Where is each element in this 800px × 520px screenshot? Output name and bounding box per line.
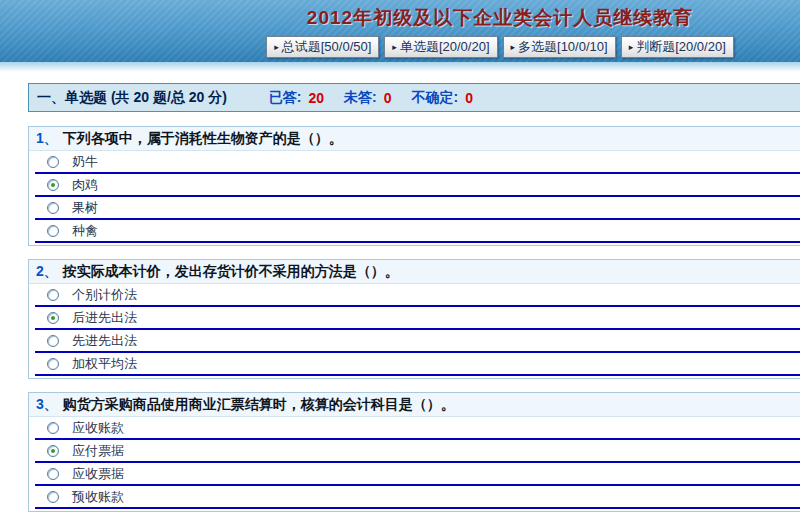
option-list: 奶牛 肉鸡 果树 种禽 bbox=[29, 151, 800, 243]
stat-unanswered: 未答: 0 bbox=[344, 89, 391, 107]
option-row[interactable]: 应付票据 bbox=[35, 440, 800, 463]
radio-button[interactable] bbox=[47, 202, 59, 214]
exam-page: 2012年初级及以下企业类会计人员继续教育 ▸ 总试题[50/0/50] ▸ 单… bbox=[0, 0, 800, 512]
stat-uncertain-label: 不确定: bbox=[412, 89, 459, 107]
stat-uncertain: 不确定: 0 bbox=[412, 89, 473, 107]
radio-button[interactable] bbox=[47, 468, 59, 480]
triangle-right-icon: ▸ bbox=[629, 43, 634, 52]
option-row[interactable]: 先进先出法 bbox=[35, 330, 800, 353]
nav-button-multi-choice[interactable]: ▸ 多选题[10/0/10] bbox=[503, 36, 616, 58]
stat-answered-value: 20 bbox=[308, 90, 324, 106]
radio-button[interactable] bbox=[47, 491, 59, 503]
option-label: 应收账款 bbox=[72, 419, 124, 437]
nav-button-label: 判断题[20/0/20] bbox=[636, 38, 726, 56]
nav-button-all-questions[interactable]: ▸ 总试题[50/0/50] bbox=[266, 36, 379, 58]
option-label: 肉鸡 bbox=[72, 176, 98, 194]
stat-answered-label: 已答: bbox=[269, 89, 302, 107]
option-row[interactable]: 应收账款 bbox=[35, 417, 800, 440]
option-label: 个别计价法 bbox=[72, 286, 137, 304]
question-text: 按实际成本计价，发出存货计价不采用的方法是（）。 bbox=[63, 263, 399, 281]
option-label: 加权平均法 bbox=[72, 355, 137, 373]
page-header: 2012年初级及以下企业类会计人员继续教育 ▸ 总试题[50/0/50] ▸ 单… bbox=[0, 0, 800, 62]
option-row[interactable]: 个别计价法 bbox=[35, 284, 800, 307]
nav-button-true-false[interactable]: ▸ 判断题[20/0/20] bbox=[621, 36, 734, 58]
option-label: 应付票据 bbox=[72, 442, 124, 460]
section-stats-bar: 一、单选题 (共 20 题/总 20 分) 已答: 20 未答: 0 不确定: … bbox=[28, 83, 800, 112]
question-title: 2、 按实际成本计价，发出存货计价不采用的方法是（）。 bbox=[29, 260, 800, 284]
nav-button-label: 单选题[20/0/20] bbox=[400, 38, 490, 56]
radio-button[interactable] bbox=[47, 335, 59, 347]
stat-answered: 已答: 20 bbox=[269, 89, 324, 107]
option-list: 个别计价法 后进先出法 先进先出法 加权平均法 bbox=[29, 284, 800, 376]
stat-unanswered-label: 未答: bbox=[344, 89, 377, 107]
answer-stats: 已答: 20 未答: 0 不确定: 0 bbox=[269, 89, 493, 107]
question-number: 2、 bbox=[36, 263, 58, 281]
triangle-right-icon: ▸ bbox=[392, 43, 397, 52]
option-list: 应收账款 应付票据 应收票据 预收账款 bbox=[29, 417, 800, 509]
option-label: 预收账款 bbox=[72, 488, 124, 506]
option-row[interactable]: 预收账款 bbox=[35, 486, 800, 509]
option-label: 果树 bbox=[72, 199, 98, 217]
option-label: 后进先出法 bbox=[72, 309, 137, 327]
nav-button-label: 总试题[50/0/50] bbox=[282, 38, 372, 56]
question-number: 1、 bbox=[36, 130, 58, 148]
radio-button[interactable] bbox=[47, 156, 59, 168]
section-title: 一、单选题 (共 20 题/总 20 分) bbox=[37, 89, 227, 107]
option-row[interactable]: 加权平均法 bbox=[35, 353, 800, 376]
page-title: 2012年初级及以下企业类会计人员继续教育 bbox=[0, 0, 800, 31]
question-text: 购货方采购商品使用商业汇票结算时，核算的会计科目是（）。 bbox=[63, 396, 455, 414]
option-label: 应收票据 bbox=[72, 465, 124, 483]
header-fade-divider bbox=[0, 62, 800, 72]
radio-button[interactable] bbox=[47, 289, 59, 301]
question-title: 3、 购货方采购商品使用商业汇票结算时，核算的会计科目是（）。 bbox=[29, 393, 800, 417]
radio-button[interactable] bbox=[47, 358, 59, 370]
option-row[interactable]: 奶牛 bbox=[35, 151, 800, 174]
option-row[interactable]: 果树 bbox=[35, 197, 800, 220]
radio-button[interactable] bbox=[47, 179, 59, 191]
question-number: 3、 bbox=[36, 396, 58, 414]
option-row[interactable]: 后进先出法 bbox=[35, 307, 800, 330]
triangle-right-icon: ▸ bbox=[511, 43, 516, 52]
radio-button[interactable] bbox=[47, 422, 59, 434]
option-row[interactable]: 应收票据 bbox=[35, 463, 800, 486]
radio-button[interactable] bbox=[47, 225, 59, 237]
nav-button-label: 多选题[10/0/10] bbox=[518, 38, 608, 56]
stat-unanswered-value: 0 bbox=[384, 90, 392, 106]
nav-button-single-choice[interactable]: ▸ 单选题[20/0/20] bbox=[384, 36, 497, 58]
question-text: 下列各项中，属于消耗性生物资产的是（）。 bbox=[63, 130, 343, 148]
question-box: 3、 购货方采购商品使用商业汇票结算时，核算的会计科目是（）。 应收账款 应付票… bbox=[28, 392, 800, 512]
option-label: 种禽 bbox=[72, 222, 98, 240]
question-box: 2、 按实际成本计价，发出存货计价不采用的方法是（）。 个别计价法 后进先出法 … bbox=[28, 259, 800, 379]
option-label: 奶牛 bbox=[72, 153, 98, 171]
question-title: 1、 下列各项中，属于消耗性生物资产的是（）。 bbox=[29, 127, 800, 151]
stat-uncertain-value: 0 bbox=[465, 90, 473, 106]
triangle-right-icon: ▸ bbox=[274, 43, 279, 52]
question-type-nav: ▸ 总试题[50/0/50] ▸ 单选题[20/0/20] ▸ 多选题[10/0… bbox=[0, 36, 800, 58]
option-row[interactable]: 种禽 bbox=[35, 220, 800, 243]
radio-button[interactable] bbox=[47, 312, 59, 324]
question-box: 1、 下列各项中，属于消耗性生物资产的是（）。 奶牛 肉鸡 果树 种禽 bbox=[28, 126, 800, 246]
option-label: 先进先出法 bbox=[72, 332, 137, 350]
question-list: 1、 下列各项中，属于消耗性生物资产的是（）。 奶牛 肉鸡 果树 种禽 2、 按… bbox=[0, 126, 800, 512]
option-row[interactable]: 肉鸡 bbox=[35, 174, 800, 197]
radio-button[interactable] bbox=[47, 445, 59, 457]
